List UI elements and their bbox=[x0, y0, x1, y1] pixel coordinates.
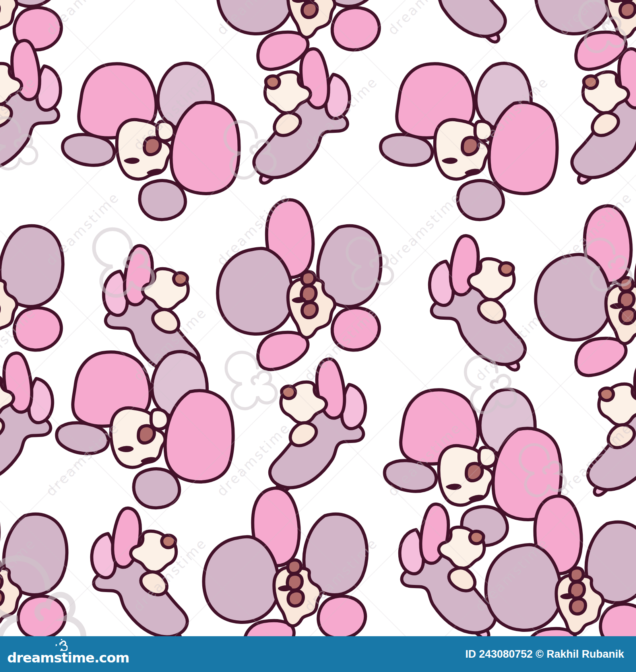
image-credit: ID 243080752 © Rakhil Rubanik bbox=[465, 648, 624, 660]
footer-bar: dreamstime.com ID 243080752 © Rakhil Rub… bbox=[0, 636, 636, 672]
orchid-pattern-image: dreamstimedreamstimedreamstimedreamstime… bbox=[0, 0, 636, 636]
spiral-icon bbox=[56, 639, 68, 651]
stock-image-preview: dreamstimedreamstimedreamstimedreamstime… bbox=[0, 0, 636, 672]
svg-text:dreamstime: dreamstime bbox=[43, 0, 122, 38]
dreamstime-logo: dreamstime.com bbox=[7, 644, 129, 664]
